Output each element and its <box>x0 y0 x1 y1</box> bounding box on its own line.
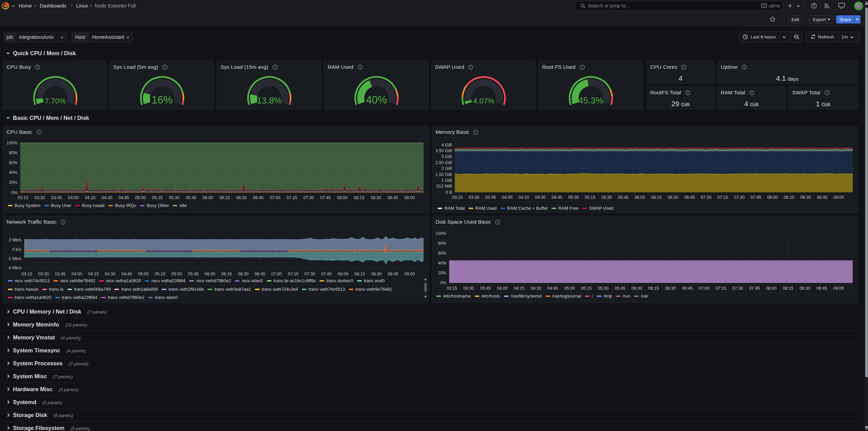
svg-text:05:30: 05:30 <box>601 195 612 200</box>
svg-text:07:30: 07:30 <box>305 272 315 276</box>
svg-text:16%: 16% <box>151 94 173 106</box>
svg-text:04:15: 04:15 <box>88 272 99 276</box>
svg-text:04:15: 04:15 <box>85 195 95 200</box>
svg-text:08:00: 08:00 <box>337 195 347 200</box>
svg-text:07:30: 07:30 <box>732 286 743 291</box>
svg-text:03:30: 03:30 <box>34 195 45 200</box>
svg-text:1.50 GiB: 1.50 GiB <box>436 172 452 177</box>
svg-text:07:45: 07:45 <box>320 195 331 200</box>
svg-text:06:15: 06:15 <box>648 286 659 291</box>
svg-text:60%: 60% <box>438 251 446 256</box>
svg-text:08:00: 08:00 <box>338 272 348 276</box>
svg-text:2 Mb/s: 2 Mb/s <box>9 238 21 242</box>
svg-text:1 GiB: 1 GiB <box>441 178 452 183</box>
svg-text:03:15: 03:15 <box>21 272 32 276</box>
svg-text:03:45: 03:45 <box>485 195 496 200</box>
svg-text:4 GiB: 4 GiB <box>441 143 452 147</box>
svg-text:07:15: 07:15 <box>716 286 726 291</box>
svg-text:04:00: 04:00 <box>502 195 512 200</box>
svg-text:2.50 GiB: 2.50 GiB <box>436 160 452 165</box>
svg-text:08:15: 08:15 <box>784 195 794 200</box>
svg-text:08:30: 08:30 <box>371 195 381 200</box>
svg-text:13.8%: 13.8% <box>257 95 282 106</box>
svg-text:04:45: 04:45 <box>121 272 132 276</box>
svg-text:40%: 40% <box>438 261 446 266</box>
svg-text:04:30: 04:30 <box>105 272 115 276</box>
svg-text:09:00: 09:00 <box>404 272 415 276</box>
svg-text:08:00: 08:00 <box>766 286 776 291</box>
svg-text:0%: 0% <box>11 190 17 195</box>
svg-text:06:00: 06:00 <box>204 272 215 276</box>
svg-text:03:45: 03:45 <box>55 272 65 276</box>
svg-text:03:15: 03:15 <box>18 195 28 200</box>
svg-text:04:00: 04:00 <box>71 272 82 276</box>
svg-text:06:30: 06:30 <box>238 272 248 276</box>
svg-text:05:45: 05:45 <box>186 195 196 200</box>
svg-text:08:30: 08:30 <box>371 272 381 276</box>
svg-text:80%: 80% <box>9 150 17 155</box>
svg-text:07:15: 07:15 <box>286 195 297 200</box>
svg-text:3.50 GiB: 3.50 GiB <box>436 148 452 153</box>
svg-text:04:45: 04:45 <box>547 286 558 291</box>
svg-text:03:30: 03:30 <box>463 286 474 291</box>
svg-text:80%: 80% <box>438 241 446 246</box>
svg-text:07:00: 07:00 <box>271 272 282 276</box>
svg-text:05:30: 05:30 <box>171 272 182 276</box>
svg-text:07:00: 07:00 <box>701 195 711 200</box>
svg-text:07:30: 07:30 <box>303 195 314 200</box>
svg-text:03:45: 03:45 <box>480 286 491 291</box>
svg-text:06:45: 06:45 <box>682 286 692 291</box>
svg-text:04:00: 04:00 <box>68 195 79 200</box>
svg-text:06:15: 06:15 <box>219 195 230 200</box>
svg-text:05:00: 05:00 <box>564 286 575 291</box>
svg-text:06:00: 06:00 <box>635 195 645 200</box>
svg-text:06:15: 06:15 <box>221 272 232 276</box>
svg-text:05:45: 05:45 <box>618 195 628 200</box>
svg-text:08:45: 08:45 <box>816 286 827 291</box>
svg-text:03:15: 03:15 <box>446 286 457 291</box>
svg-text:-4 Mb/s: -4 Mb/s <box>7 266 21 270</box>
svg-text:05:30: 05:30 <box>169 195 179 200</box>
svg-text:07:00: 07:00 <box>270 195 280 200</box>
svg-text:05:00: 05:00 <box>135 195 146 200</box>
svg-text:09:00: 09:00 <box>404 195 415 200</box>
svg-text:04:45: 04:45 <box>552 195 562 200</box>
svg-text:05:00: 05:00 <box>568 195 579 200</box>
svg-text:0%: 0% <box>440 281 446 285</box>
svg-text:03:45: 03:45 <box>51 195 62 200</box>
svg-text:04:30: 04:30 <box>535 195 545 200</box>
svg-text:04:30: 04:30 <box>102 195 112 200</box>
svg-text:05:15: 05:15 <box>585 195 595 200</box>
svg-text:08:45: 08:45 <box>817 195 828 200</box>
svg-text:08:00: 08:00 <box>767 195 778 200</box>
svg-text:09:00: 09:00 <box>833 286 844 291</box>
svg-text:08:30: 08:30 <box>800 195 811 200</box>
svg-text:512 MiB: 512 MiB <box>437 184 452 189</box>
svg-text:0 B: 0 B <box>446 190 452 195</box>
svg-text:04:15: 04:15 <box>514 286 524 291</box>
svg-text:04:00: 04:00 <box>497 286 508 291</box>
svg-text:20%: 20% <box>438 271 446 275</box>
svg-text:05:30: 05:30 <box>598 286 608 291</box>
svg-text:08:45: 08:45 <box>387 195 398 200</box>
svg-text:08:15: 08:15 <box>355 272 365 276</box>
svg-text:06:00: 06:00 <box>202 195 213 200</box>
svg-text:07:45: 07:45 <box>749 286 760 291</box>
svg-text:06:45: 06:45 <box>255 272 265 276</box>
svg-text:04:30: 04:30 <box>530 286 541 291</box>
svg-text:04:45: 04:45 <box>118 195 129 200</box>
svg-text:40%: 40% <box>9 170 17 175</box>
svg-text:06:00: 06:00 <box>632 286 642 291</box>
svg-text:06:45: 06:45 <box>684 195 695 200</box>
svg-text:07:15: 07:15 <box>717 195 728 200</box>
svg-text:06:30: 06:30 <box>668 195 678 200</box>
svg-text:2 GiB: 2 GiB <box>441 166 452 171</box>
svg-text:06:45: 06:45 <box>253 195 263 200</box>
svg-text:08:15: 08:15 <box>783 286 793 291</box>
svg-text:07:00: 07:00 <box>699 286 709 291</box>
svg-text:7.70%: 7.70% <box>45 97 66 105</box>
svg-text:60%: 60% <box>9 160 17 165</box>
svg-text:03:30: 03:30 <box>38 272 49 276</box>
svg-text:05:45: 05:45 <box>615 286 625 291</box>
svg-text:08:45: 08:45 <box>388 272 398 276</box>
